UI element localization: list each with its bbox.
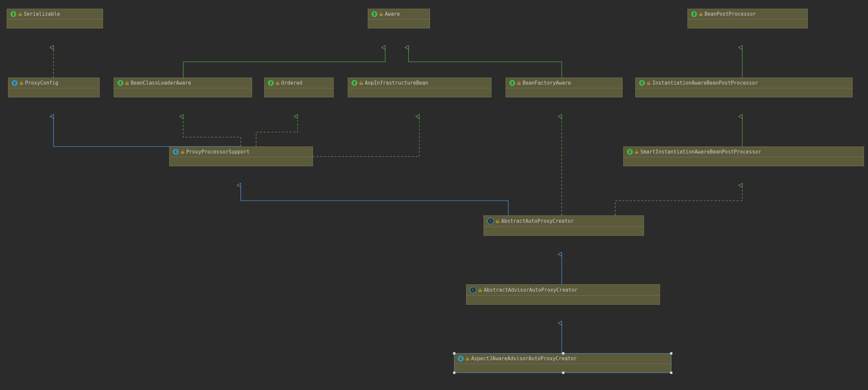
class-name: Serializable	[24, 11, 60, 17]
resize-handle-se[interactable]	[670, 371, 673, 374]
abstract-class-icon: C	[487, 218, 494, 224]
diagram-canvas[interactable]: I Serializable I Aware I BeanPostProcess…	[0, 0, 868, 390]
lock-icon	[19, 12, 22, 16]
uml-node-proxyconfig[interactable]: C ProxyConfig	[8, 78, 100, 97]
members-compartment	[7, 19, 103, 28]
members-compartment	[169, 157, 313, 166]
interface-icon: I	[691, 11, 697, 17]
interface-icon: I	[627, 149, 633, 155]
class-name: Ordered	[281, 80, 302, 86]
uml-node-serializable[interactable]: I Serializable	[7, 9, 103, 28]
uml-node-aspectjawareadvisorautoproxycreator[interactable]: C AspectJAwareAdvisorAutoProxyCreator	[454, 353, 672, 373]
class-icon: C	[12, 80, 18, 86]
uml-node-instantiationawarebpp[interactable]: I InstantiationAwareBeanPostProcessor	[635, 78, 852, 97]
resize-handle-nw[interactable]	[453, 352, 456, 355]
abstract-class-icon: C	[470, 287, 476, 293]
class-name: AbstractAutoProxyCreator	[501, 218, 574, 224]
class-name: BeanFactoryAware	[523, 80, 571, 86]
uml-node-aware[interactable]: I Aware	[368, 9, 430, 28]
class-name: BeanPostProcessor	[705, 11, 756, 17]
class-name: AspectJAwareAdvisorAutoProxyCreator	[471, 356, 577, 362]
uml-node-beanfactoryaware[interactable]: I BeanFactoryAware	[505, 78, 623, 97]
lock-icon	[125, 81, 129, 85]
members-compartment	[466, 295, 660, 304]
uml-node-aopinfrastructurebean[interactable]: I AopInfrastructureBean	[348, 78, 492, 97]
members-compartment	[114, 88, 252, 97]
lock-icon	[181, 150, 184, 154]
members-compartment	[455, 364, 671, 372]
resize-handle-sw[interactable]	[453, 371, 456, 374]
uml-node-abstractadvisorautoproxycreator[interactable]: C AbstractAdvisorAutoProxyCreator	[466, 284, 660, 305]
class-icon: C	[173, 149, 179, 155]
members-compartment	[8, 88, 99, 97]
members-compartment	[265, 88, 333, 97]
interface-icon: I	[351, 80, 358, 86]
members-compartment	[368, 19, 430, 28]
lock-icon	[466, 357, 469, 361]
interface-icon: I	[371, 11, 377, 17]
lock-icon	[496, 219, 499, 223]
uml-node-abstractautoproxycreator[interactable]: C AbstractAutoProxyCreator	[484, 215, 644, 236]
interface-icon: I	[117, 80, 123, 86]
class-name: BeanClassLoaderAware	[131, 80, 191, 86]
class-name: SmartInstantiationAwareBeanPostProcessor	[640, 149, 761, 155]
lock-icon	[647, 81, 650, 85]
resize-handle-s[interactable]	[562, 371, 564, 374]
class-name: ProxyConfig	[25, 80, 58, 86]
members-compartment	[624, 157, 864, 166]
class-name: Aware	[385, 11, 400, 17]
lock-icon	[699, 12, 703, 16]
class-icon: C	[458, 356, 464, 362]
uml-node-smartinstantiationawarebpp[interactable]: I SmartInstantiationAwareBeanPostProcess…	[623, 147, 864, 166]
class-name: AopInfrastructureBean	[365, 80, 428, 86]
members-compartment	[348, 88, 491, 97]
class-name: ProxyProcessorSupport	[186, 149, 250, 155]
class-name: AbstractAdvisorAutoProxyCreator	[484, 287, 578, 293]
uml-node-beanpostprocessor[interactable]: I BeanPostProcessor	[687, 9, 808, 28]
lock-icon	[635, 150, 638, 154]
interface-icon: I	[10, 11, 17, 17]
class-name: InstantiationAwareBeanPostProcessor	[652, 80, 758, 86]
lock-icon	[379, 12, 383, 16]
lock-icon	[478, 288, 482, 292]
lock-icon	[20, 81, 23, 85]
uml-node-ordered[interactable]: I Ordered	[264, 78, 334, 97]
connector-layer	[0, 0, 868, 390]
lock-icon	[517, 81, 521, 85]
uml-node-beanclassloaderaware[interactable]: I BeanClassLoaderAware	[114, 78, 252, 97]
resize-handle-n[interactable]	[562, 352, 564, 355]
uml-node-proxyprocessorsupport[interactable]: C ProxyProcessorSupport	[169, 147, 313, 166]
lock-icon	[276, 81, 279, 85]
interface-icon: I	[268, 80, 274, 86]
interface-icon: I	[509, 80, 515, 86]
members-compartment	[688, 19, 807, 28]
members-compartment	[636, 88, 852, 97]
interface-icon: I	[639, 80, 645, 86]
lock-icon	[360, 81, 363, 85]
members-compartment	[484, 227, 644, 236]
members-compartment	[506, 88, 622, 97]
resize-handle-ne[interactable]	[670, 352, 673, 355]
